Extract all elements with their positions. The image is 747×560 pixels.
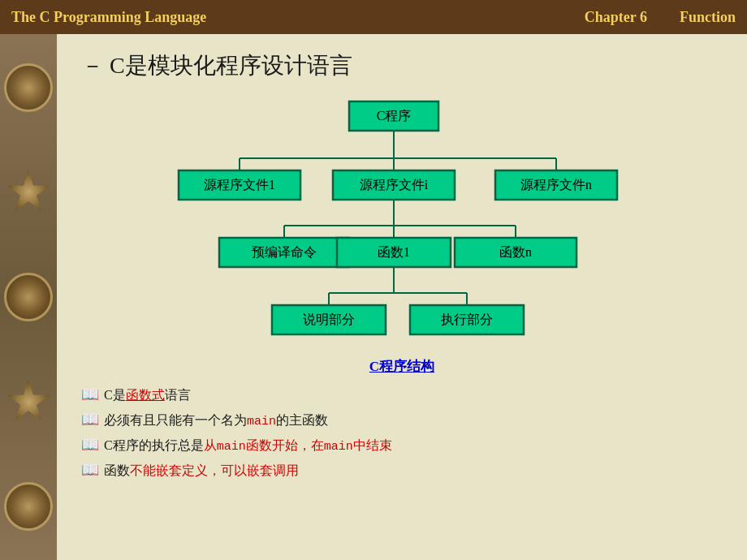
chapter-label: Chapter 6 bbox=[585, 9, 647, 26]
header-right: Chapter 6 Function bbox=[585, 9, 736, 26]
svg-text:C程序: C程序 bbox=[377, 109, 412, 123]
bullet-1-text: C是函数式语言 bbox=[104, 387, 191, 404]
bullet-icon-4: 📖 bbox=[81, 461, 99, 479]
deco-circle-2 bbox=[4, 273, 53, 321]
deco-star-2 bbox=[6, 380, 51, 424]
svg-text:函数n: 函数n bbox=[499, 245, 532, 259]
diagram-caption: C程序结构 bbox=[81, 357, 723, 376]
bullet-2-text: 必须有且只能有一个名为main的主函数 bbox=[104, 412, 328, 429]
bullet-icon-1: 📖 bbox=[81, 386, 99, 403]
bullet-4-text: 函数不能嵌套定义，可以嵌套调用 bbox=[104, 463, 299, 480]
main-content: － C是模块化程序设计语言 C程序 源程序文件1 源程序文件i 源程序文件n bbox=[57, 34, 747, 560]
deco-circle-1 bbox=[4, 63, 53, 112]
bullet-item-3: 📖 C程序的执行总是从main函数开始，在main中结束 bbox=[81, 436, 723, 454]
svg-text:源程序文件1: 源程序文件1 bbox=[204, 178, 275, 192]
section-label: Function bbox=[680, 9, 736, 26]
svg-text:源程序文件i: 源程序文件i bbox=[360, 178, 429, 192]
page-title: － C是模块化程序设计语言 bbox=[81, 50, 723, 81]
header: The C Programming Language Chapter 6 Fun… bbox=[0, 0, 747, 34]
svg-text:说明部分: 说明部分 bbox=[303, 312, 355, 326]
tree-svg: C程序 源程序文件1 源程序文件i 源程序文件n bbox=[142, 97, 662, 349]
bullet-icon-3: 📖 bbox=[81, 436, 99, 454]
svg-text:源程序文件n: 源程序文件n bbox=[520, 178, 592, 192]
deco-star-1 bbox=[6, 170, 51, 214]
bullet-item-1: 📖 C是函数式语言 bbox=[81, 386, 723, 404]
bullet-icon-2: 📖 bbox=[81, 411, 99, 429]
bullet-list: 📖 C是函数式语言 📖 必须有且只能有一个名为main的主函数 📖 C程序的执行… bbox=[81, 386, 723, 480]
svg-text:执行部分: 执行部分 bbox=[441, 312, 493, 326]
deco-circle-3 bbox=[4, 482, 53, 531]
svg-text:函数1: 函数1 bbox=[378, 245, 410, 259]
header-title: The C Programming Language bbox=[11, 9, 206, 26]
diagram: C程序 源程序文件1 源程序文件i 源程序文件n bbox=[81, 97, 723, 349]
bullet-item-2: 📖 必须有且只能有一个名为main的主函数 bbox=[81, 411, 723, 429]
bullet-item-4: 📖 函数不能嵌套定义，可以嵌套调用 bbox=[81, 461, 723, 480]
left-decoration bbox=[0, 34, 57, 560]
bullet-3-text: C程序的执行总是从main函数开始，在main中结束 bbox=[104, 437, 392, 454]
svg-text:预编译命令: 预编译命令 bbox=[252, 245, 317, 259]
